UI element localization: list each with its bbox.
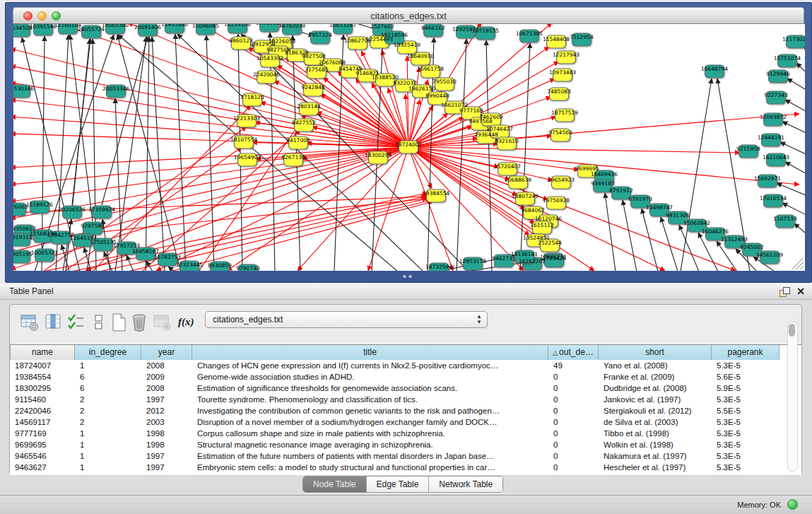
table-cell: 5.3E-5 [712,394,779,405]
graph-edge [115,37,146,271]
graph-edge [794,223,805,238]
graph-node-label: 9129946 [766,71,790,77]
column-header-pagerank[interactable]: pagerank [712,345,779,360]
table-row[interactable]: 946362711997Embryonic stem cells: a mode… [10,462,801,473]
table-cell: Hescheler et al. (1997) [599,462,712,473]
column-header-in_degree[interactable]: in_degree [75,345,141,360]
toggle-column-visibility-icon[interactable] [44,313,64,332]
table-cell: Stergiakouli et al. (2012) [599,405,712,416]
graph-edge [170,201,433,271]
table-cell: 0 [548,405,599,416]
graph-node-label: 9684067 [521,207,545,214]
graph-edge [152,37,165,271]
table-cell: 9465546 [10,450,75,462]
table-scrollbar[interactable] [787,322,798,472]
table-cell: 1998 [141,439,192,450]
new-document-icon[interactable] [109,313,129,332]
table-cell: Changes of HCN gene expression and I(f) … [192,360,548,371]
table-cell: 0 [548,428,599,439]
graph-node-label: 10065321 [31,250,58,256]
graph-node-label: 9860123 [229,37,253,44]
table-row[interactable]: 969969511998Structural magnetic resonanc… [10,439,801,450]
table-cell: 5.3E-5 [712,416,779,428]
column-header-short[interactable]: short [599,345,712,360]
tab-node-table[interactable]: Node Table [303,477,367,492]
table-settings-icon[interactable] [20,313,40,332]
tab-network-table[interactable]: Network Table [429,477,502,492]
table-row[interactable]: 911546021997Tourette syndrome. Phenomeno… [10,394,801,405]
column-header-year[interactable]: year [141,345,192,360]
table-panel-title: Table Panel [9,286,54,296]
merge-rows-icon[interactable] [89,313,109,332]
table-cell: 1 [75,462,141,473]
table-cell: 0 [548,416,599,428]
table-row[interactable]: 1938455462009Genome-wide association stu… [10,371,801,382]
select-columns-icon[interactable] [66,313,86,332]
column-header-title[interactable]: title [192,345,548,360]
table-row[interactable]: 1872400712008Changes of HCN gene express… [10,360,801,371]
graph-node-label: 2936448 [474,132,498,138]
network-graph[interactable]: 9860123891295418226058982750981863289827… [13,24,805,271]
graph-edge [175,34,186,271]
graph-node-label: 7462609 [479,114,503,120]
column-header-name[interactable]: name [10,345,75,360]
graph-node-label: 8466162 [421,25,445,31]
close-panel-icon[interactable]: ✕ [796,286,805,297]
table-cell: 6 [75,382,141,394]
table-cell: Disruption of a novel member of a sodium… [192,416,548,428]
table-cell: 0 [548,394,599,405]
graph-node-label: 15189126 [26,201,53,208]
table-panel-header[interactable]: Table Panel ✕ [0,284,812,300]
attribute-table: namein_degreeyeartitle△out_de…shortpager… [10,344,801,475]
table-cell: 14569117 [10,416,75,428]
table-scrollbar-thumb[interactable] [789,324,795,337]
table-cell: Wolkin et al. (1998) [599,439,712,450]
table-row[interactable]: 1456911722003Disruption of a novel membe… [10,416,801,428]
graph-edge [661,217,678,271]
graph-node-label: 18757519 [551,110,578,116]
table-row[interactable]: 977716911998Corpus callosum shape and si… [10,428,801,439]
table-cell: 2009 [141,371,192,382]
graph-edge [206,35,214,271]
table-cell: 1 [75,450,141,462]
table-cell: 2 [75,416,141,428]
table-cell: 9463627 [10,462,75,473]
graph-node-label: 8990448 [425,93,449,99]
float-panel-icon[interactable] [779,287,789,296]
graph-edge [238,34,242,271]
graph-node-label: 14136141 [511,251,538,257]
graph-node-label: 9321610 [495,138,519,144]
graph-node-label: 18626150 [408,86,435,92]
tab-edge-table[interactable]: Edge Table [367,477,430,492]
graph-node-label: 15751074 [774,55,801,62]
table-cell: 1998 [141,428,192,439]
graph-node-label: 13325419 [394,42,420,48]
graph-edge [642,209,658,271]
function-builder-icon[interactable]: f(x) [178,316,194,328]
delete-trash-icon[interactable] [130,313,150,332]
table-select-dropdown[interactable]: citations_edges.txt ▲▼ [205,311,488,328]
network-canvas[interactable]: 9860123891295418226058982750981863289827… [13,24,805,271]
graph-node-label: 18724007 [395,141,422,148]
column-header-out_de[interactable]: △out_de… [548,345,599,360]
sort-asc-icon: △ [553,349,558,356]
splitter-handle[interactable] [403,274,413,279]
graph-edge [13,147,408,235]
table-row[interactable]: 1830029562008Estimation of significance … [10,382,801,394]
table-row[interactable]: 2242004622012Investigating the contribut… [10,405,801,416]
window-titlebar[interactable]: citations_edges.txt [13,7,804,24]
table-row[interactable]: 946554611997Estimation of the future num… [10,450,801,462]
graph-edge [156,147,408,271]
table-select-value: citations_edges.txt [213,315,283,325]
graph-node-label: 2522544 [538,240,562,246]
graph-node-label: 5905195 [13,251,33,257]
graph-node-label: 10498747 [646,204,673,211]
graph-node-label: 1733426 [542,255,566,262]
graph-node-label: 2718120 [240,94,264,100]
memory-status-icon[interactable] [787,499,798,510]
graph-node-label: 16046276 [702,228,729,235]
graph-node-label: 20691406 [134,24,161,30]
graph-node-label: 12217943 [553,52,579,58]
window-resize-grip[interactable] [792,258,804,269]
table-cell: Nakamura et al. (1997) [599,450,712,462]
